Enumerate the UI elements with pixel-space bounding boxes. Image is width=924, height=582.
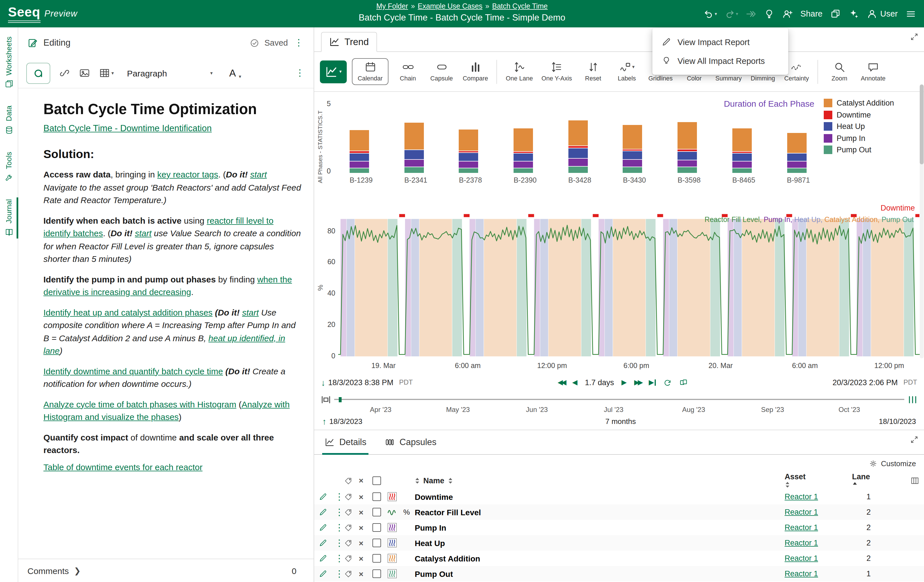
toolbar-compare[interactable]: Compare [461, 60, 490, 83]
journal-link[interactable]: start [242, 307, 259, 317]
label-tag-icon[interactable] [344, 554, 353, 562]
name-column-header[interactable]: Name [423, 476, 444, 485]
columns-icon[interactable] [910, 475, 919, 485]
journal-link[interactable]: start [135, 228, 152, 238]
insert-image-button[interactable] [79, 67, 90, 79]
menu-item-view-all-impact-reports[interactable]: View All Impact Reports [652, 51, 788, 70]
label-tag-icon[interactable] [344, 539, 353, 547]
header-label-col[interactable] [344, 476, 359, 485]
remove-item-button[interactable]: × [359, 538, 373, 547]
step-back-fast-button[interactable]: ◀◀ [558, 378, 565, 386]
sort-icon[interactable] [785, 481, 790, 488]
journal-link[interactable]: Table of downtime events for each reacto… [43, 462, 203, 472]
remove-item-button[interactable]: × [359, 569, 373, 578]
edit-item-button[interactable] [319, 523, 333, 532]
item-name[interactable]: Catalyst Addition [415, 554, 480, 563]
overview-duration[interactable]: 7 months [363, 417, 879, 426]
expand-details-button[interactable] [910, 436, 918, 444]
redo-button[interactable]: ▾ [724, 8, 738, 19]
scrollbar[interactable] [919, 84, 924, 358]
step-forward-fast-button[interactable]: ▶▶ [634, 378, 641, 386]
refresh-button[interactable] [663, 378, 672, 386]
menu-item-view-impact-report[interactable]: View Impact Report [652, 33, 788, 51]
overview-selection[interactable] [339, 397, 342, 402]
item-asset-link[interactable]: Reactor 1 [785, 569, 818, 578]
duplicate-worksheet-button[interactable] [830, 8, 841, 19]
fast-forward-button[interactable] [746, 8, 756, 19]
customize-button[interactable]: Customize [314, 455, 924, 472]
journal-menu-button[interactable]: ⋮ [293, 38, 304, 48]
range-start-value[interactable]: 18/3/2023 8:38 PM [328, 378, 393, 386]
breadcrumb-link[interactable]: Example Use Cases [418, 2, 483, 10]
toolbar-capsule[interactable]: Capsule [427, 60, 456, 83]
hamburger-menu-button[interactable] [905, 8, 916, 19]
trend-chart-svg[interactable] [338, 213, 919, 360]
tab-details[interactable]: Details [323, 430, 368, 454]
edit-item-icon[interactable] [319, 569, 327, 578]
breadcrumb-link[interactable]: Batch Cycle Time [492, 2, 548, 10]
rail-item-tools[interactable]: Tools [4, 152, 13, 182]
header-grid-button[interactable] [885, 475, 919, 485]
item-label-button[interactable] [344, 523, 359, 532]
journal-link[interactable]: key reactor tags [157, 169, 218, 179]
trend-type-dropdown-button[interactable]: ▾ [320, 60, 347, 83]
sort-asc-icon[interactable] [852, 481, 857, 488]
item-name[interactable]: Heat Up [415, 538, 445, 547]
item-menu-button[interactable]: ⋮ [333, 553, 345, 563]
range-duration[interactable]: 1.7 days [585, 378, 614, 386]
item-asset-link[interactable]: Reactor 1 [785, 554, 818, 562]
item-asset-link[interactable]: Reactor 1 [785, 508, 818, 516]
tab-capsules[interactable]: Capsules [384, 430, 437, 454]
edit-item-icon[interactable] [319, 508, 327, 516]
toolbar-labels[interactable]: ▾Labels [613, 60, 641, 83]
item-menu-button[interactable]: ⋮ [333, 522, 345, 532]
toolbar-reset[interactable]: Reset [579, 60, 607, 83]
edit-item-button[interactable] [319, 539, 333, 547]
item-asset-link[interactable]: Reactor 1 [785, 523, 818, 532]
select-all-checkbox-col[interactable] [373, 476, 387, 485]
auto-update-button[interactable] [679, 378, 688, 386]
paragraph-style-select[interactable]: Paragraph ▾ [127, 68, 213, 78]
comments-button[interactable]: Comments [27, 566, 69, 575]
toolbar-chain[interactable]: Chain [394, 60, 422, 83]
toolbar-one-lane[interactable]: One Lane [504, 60, 535, 83]
breadcrumb-link[interactable]: My Folder [376, 2, 408, 10]
overview-start-date[interactable]: 18/3/2023 [329, 417, 363, 426]
item-label-button[interactable] [344, 492, 359, 501]
edit-item-button[interactable] [319, 554, 333, 562]
journal-link[interactable]: Identify downtime and quantify batch cyc… [43, 366, 223, 376]
item-menu-button[interactable]: ⋮ [333, 569, 345, 578]
label-tag-icon[interactable] [344, 523, 353, 532]
rail-item-data[interactable]: Data [4, 106, 13, 135]
step-to-end-button[interactable]: ▶ [648, 378, 655, 386]
text-color-button[interactable]: A ▾ [229, 67, 241, 79]
item-name[interactable]: Pump Out [415, 569, 453, 578]
item-menu-button[interactable]: ⋮ [333, 507, 345, 517]
rail-item-journal[interactable]: Journal [4, 199, 13, 237]
edit-item-icon[interactable] [319, 523, 327, 532]
journal-link[interactable]: Analyze cycle time of batch phases with … [43, 399, 236, 409]
item-checkbox[interactable] [373, 569, 381, 578]
item-checkbox[interactable] [373, 554, 381, 562]
item-label-button[interactable] [344, 539, 359, 547]
edit-item-button[interactable] [319, 492, 333, 501]
toolbar-one-y-axis[interactable]: One Y-Axis [540, 60, 574, 83]
item-checkbox[interactable] [373, 508, 381, 516]
user-menu-button[interactable]: User [866, 8, 898, 19]
item-name[interactable]: Pump In [415, 523, 446, 532]
insert-link-button[interactable] [59, 67, 70, 79]
item-label-button[interactable] [344, 569, 359, 578]
document-subtitle-link[interactable]: Batch Cycle Time - Downtime Identificati… [43, 123, 212, 133]
tab-trend[interactable]: Trend [321, 32, 377, 52]
remove-item-button[interactable]: × [359, 523, 373, 532]
item-asset-link[interactable]: Reactor 1 [785, 492, 818, 501]
overview-left-handle[interactable] [321, 395, 331, 404]
sort-icon[interactable] [448, 477, 453, 484]
toolbar-annotate[interactable]: Annotate [859, 60, 888, 83]
remove-all-button[interactable]: × [359, 476, 373, 485]
asset-column-header[interactable]: Asset [785, 472, 806, 481]
item-checkbox[interactable] [373, 523, 381, 532]
remove-item-button[interactable]: × [359, 554, 373, 563]
insert-table-button[interactable]: ▾ [99, 67, 114, 79]
journal-toolbar-more-button[interactable]: ⋮ [294, 69, 305, 77]
